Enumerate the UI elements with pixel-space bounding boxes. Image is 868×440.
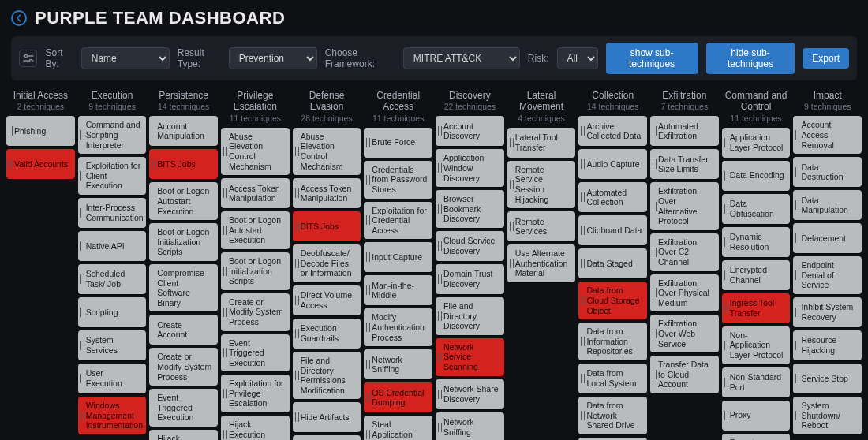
technique-cell[interactable]: File and Directory Discovery bbox=[436, 297, 504, 335]
technique-cell[interactable]: Application Layer Protocol bbox=[722, 128, 791, 158]
technique-cell[interactable]: Account Discovery bbox=[436, 116, 504, 146]
export-button[interactable]: Export bbox=[803, 48, 849, 69]
technique-cell[interactable]: Direct Volume Access bbox=[293, 285, 361, 315]
technique-cell[interactable]: Non-Application Layer Protocol bbox=[722, 326, 791, 364]
technique-cell[interactable]: Abuse Elevation Control Mechanism bbox=[293, 128, 361, 175]
technique-cell[interactable]: Data Encoding bbox=[722, 161, 791, 191]
technique-cell[interactable]: Data from Network Shared Drive bbox=[578, 397, 647, 434]
technique-cell[interactable]: Abuse Elevation Control Mechanism bbox=[221, 128, 290, 175]
technique-cell[interactable]: Ingress Tool Transfer bbox=[722, 293, 791, 323]
technique-cell[interactable]: Remote Access Software bbox=[722, 434, 791, 440]
technique-cell[interactable]: Domain Trust Discovery bbox=[436, 264, 504, 294]
technique-cell[interactable]: Automated Collection bbox=[578, 182, 647, 212]
technique-cell[interactable]: File and Directory Permissions Modificat… bbox=[293, 352, 361, 399]
technique-cell[interactable]: Data from Information Repositories bbox=[578, 323, 647, 360]
technique-cell[interactable]: Exfiltration Over Alternative Protocol bbox=[650, 182, 719, 229]
technique-cell[interactable]: Encrypted Channel bbox=[722, 260, 791, 290]
technique-cell[interactable]: Account Manipulation bbox=[149, 116, 218, 146]
technique-cell[interactable]: Compromise Client Software Binary bbox=[149, 264, 218, 311]
hide-sub-button[interactable]: hide sub-techniques bbox=[706, 43, 795, 74]
technique-cell[interactable]: Defacement bbox=[793, 223, 862, 253]
technique-cell[interactable]: Exfiltration Over Web Service bbox=[650, 315, 719, 352]
technique-cell[interactable]: Clipboard Data bbox=[578, 215, 647, 245]
technique-cell[interactable]: Proxy bbox=[722, 401, 791, 431]
technique-cell[interactable]: Inter-Process Communication bbox=[78, 198, 147, 228]
technique-cell[interactable]: Native API bbox=[78, 231, 147, 261]
technique-cell[interactable]: Create or Modify System Process bbox=[149, 348, 218, 386]
technique-cell[interactable]: Service Stop bbox=[793, 364, 862, 393]
technique-cell[interactable]: Remote Services bbox=[507, 211, 576, 241]
technique-cell[interactable]: Credentials from Password Stores bbox=[364, 161, 432, 199]
technique-cell[interactable]: Scheduled Task/ Job bbox=[78, 264, 147, 294]
show-sub-button[interactable]: show sub-techniques bbox=[606, 43, 698, 74]
technique-cell[interactable]: Steal Application Access Token bbox=[364, 416, 432, 440]
technique-cell[interactable]: Access Token Manipulation bbox=[221, 178, 290, 208]
technique-cell[interactable]: Input Capture bbox=[364, 242, 432, 272]
technique-cell[interactable]: Data Staged bbox=[578, 248, 647, 278]
technique-cell[interactable]: BITS Jobs bbox=[293, 211, 361, 241]
technique-cell[interactable]: Browser Bookmark Discovery bbox=[436, 190, 504, 228]
technique-cell[interactable]: Modify Authentication Process bbox=[364, 308, 432, 346]
technique-cell[interactable]: Create or Modify System Process bbox=[221, 293, 290, 331]
technique-cell[interactable]: Network Sniffing bbox=[436, 412, 504, 440]
technique-cell[interactable]: Access Token Manipulation bbox=[293, 178, 361, 208]
technique-cell[interactable]: Man-in-the-Middle bbox=[364, 275, 432, 305]
technique-cell[interactable]: Boot or Logon Autostart Execution bbox=[149, 182, 218, 220]
technique-cell[interactable]: Create Account bbox=[149, 315, 218, 345]
technique-cell[interactable]: Hijack Execution Flow bbox=[293, 435, 361, 440]
technique-cell[interactable]: Network Sniffing bbox=[364, 349, 432, 379]
technique-cell[interactable]: Lateral Tool Transfer bbox=[507, 128, 576, 158]
technique-cell[interactable]: Inhibit System Recovery bbox=[793, 297, 862, 327]
technique-cell[interactable]: Network Share Discovery bbox=[436, 379, 504, 409]
technique-cell[interactable]: Event Triggered Execution bbox=[221, 334, 290, 372]
technique-cell[interactable]: Data Manipulation bbox=[793, 190, 862, 220]
technique-cell[interactable]: Execution Guardrails bbox=[293, 319, 361, 349]
technique-cell[interactable]: Transfer Data to Cloud Account bbox=[650, 356, 719, 393]
technique-cell[interactable]: Event Triggered Execution bbox=[149, 389, 218, 427]
technique-cell[interactable]: Exfiltration Over C2 Channel bbox=[650, 233, 719, 271]
technique-cell[interactable]: Phishing bbox=[6, 116, 75, 146]
technique-cell[interactable]: Hijack Execution Flow bbox=[221, 416, 290, 440]
technique-cell[interactable]: System Services bbox=[78, 330, 147, 360]
result-select[interactable]: Prevention bbox=[229, 47, 317, 69]
technique-cell[interactable]: Boot or Logon Initialization Scripts bbox=[149, 223, 218, 261]
technique-cell[interactable]: Command and Scripting Interpreter bbox=[78, 116, 147, 154]
technique-cell[interactable]: Valid Accounts bbox=[6, 149, 75, 179]
technique-cell[interactable]: Exfiltration Over Physical Medium bbox=[650, 274, 719, 312]
technique-cell[interactable]: Audio Capture bbox=[578, 149, 647, 179]
technique-cell[interactable]: Data Obfuscation bbox=[722, 194, 791, 224]
technique-cell[interactable]: Data Transfer Size Limits bbox=[650, 149, 719, 179]
technique-cell[interactable]: Exploitation for Client Execution bbox=[78, 157, 147, 195]
technique-cell[interactable]: System Shutdown/ Reboot bbox=[793, 397, 862, 434]
framework-select[interactable]: MITRE ATT&CK bbox=[403, 47, 520, 69]
technique-cell[interactable]: Hide Artifacts bbox=[293, 402, 361, 432]
technique-cell[interactable]: Data from Local System bbox=[578, 364, 647, 393]
back-button[interactable] bbox=[11, 10, 27, 26]
technique-cell[interactable]: Network Service Scanning bbox=[436, 338, 504, 376]
technique-cell[interactable]: Cloud Service Discovery bbox=[436, 231, 504, 261]
technique-cell[interactable]: Deobfuscate/ Decode Files or Information bbox=[293, 244, 361, 282]
technique-cell[interactable]: Hijack Execution Flow bbox=[149, 430, 218, 440]
technique-cell[interactable]: Boot or Logon Autostart Execution bbox=[221, 211, 290, 249]
technique-cell[interactable]: Archive Collected Data bbox=[578, 116, 647, 146]
technique-cell[interactable]: Non-Standard Port bbox=[722, 367, 791, 397]
sort-select[interactable]: Name bbox=[81, 47, 170, 69]
technique-cell[interactable]: Data Destruction bbox=[793, 157, 862, 187]
technique-cell[interactable]: Automated Exfiltration bbox=[650, 116, 719, 146]
technique-cell[interactable]: Dynamic Resolution bbox=[722, 227, 791, 257]
technique-cell[interactable]: Resource Hijacking bbox=[793, 330, 862, 360]
technique-cell[interactable]: Remote Service Session Hijacking bbox=[507, 161, 576, 208]
technique-cell[interactable]: OS Credential Dumping bbox=[364, 382, 432, 412]
technique-cell[interactable]: Exploitation for Credential Access bbox=[364, 202, 432, 240]
technique-cell[interactable]: Use Alternate Authentication Material bbox=[507, 244, 576, 282]
technique-cell[interactable]: Account Access Removal bbox=[793, 116, 862, 154]
technique-cell[interactable]: Application Window Discovery bbox=[436, 149, 504, 187]
technique-cell[interactable]: Boot or Logon Initialization Scripts bbox=[221, 252, 290, 290]
filter-icon[interactable] bbox=[19, 50, 37, 67]
technique-cell[interactable]: Scripting bbox=[78, 297, 147, 327]
technique-cell[interactable]: BITS Jobs bbox=[149, 149, 218, 179]
technique-cell[interactable]: Exploitation for Privilege Escalation bbox=[221, 375, 290, 412]
risk-select[interactable]: All bbox=[557, 47, 598, 69]
technique-cell[interactable]: Windows Management Instrumentation bbox=[78, 397, 147, 434]
technique-cell[interactable]: Data from Cloud Storage Object bbox=[578, 282, 647, 319]
